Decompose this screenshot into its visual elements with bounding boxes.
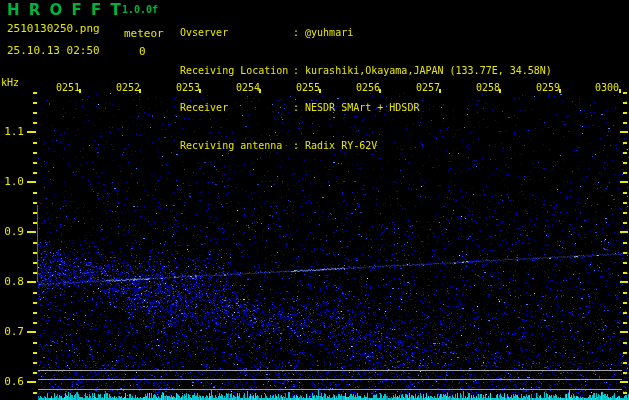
info-value: @yuhmari xyxy=(305,27,353,40)
time-axis-label: 0258 xyxy=(476,82,500,93)
meteor-count-value: 0 xyxy=(139,45,146,58)
info-separator: : xyxy=(293,27,299,40)
datetime-label: 25.10.13 02:50 xyxy=(7,44,100,57)
time-axis-label: 0257 xyxy=(416,82,440,93)
time-axis-label: 0253 xyxy=(176,82,200,93)
meteor-count-label: meteor xyxy=(124,27,164,40)
version-label: 1.0.0f xyxy=(122,4,158,15)
time-axis-label: 0259 xyxy=(536,82,560,93)
info-separator: : xyxy=(293,102,299,115)
info-separator: : xyxy=(293,140,299,153)
freq-unit-label: kHz xyxy=(1,77,19,88)
filename-label: 2510130250.png xyxy=(7,22,100,35)
time-axis-label: 0251 xyxy=(56,82,80,93)
info-value: Radix RY-62V xyxy=(305,140,377,153)
info-separator: : xyxy=(293,65,299,78)
info-row-observer: Ovserver:@yuhmari xyxy=(180,27,552,40)
info-label: Recviving antenna xyxy=(180,140,293,153)
info-row-receiver: Receiver:NESDR SMArt + HDSDR xyxy=(180,102,552,115)
freq-axis-label: 0.6 xyxy=(0,375,24,388)
time-axis-label: 0254 xyxy=(236,82,260,93)
info-row-antenna: Recviving antenna:Radix RY-62V xyxy=(180,140,552,153)
time-axis-label: 0255 xyxy=(296,82,320,93)
freq-axis-label: 1.1 xyxy=(0,125,24,138)
info-label: Receiver xyxy=(180,102,293,115)
info-label: Ovserver xyxy=(180,27,293,40)
time-axis-label: 0252 xyxy=(116,82,140,93)
info-row-location: Receiving Location:kurashiki,Okayama,JAP… xyxy=(180,65,552,78)
info-value: kurashiki,Okayama,JAPAN (133.77E, 34.58N… xyxy=(305,65,552,78)
freq-axis-label: 0.7 xyxy=(0,325,24,338)
info-value: NESDR SMArt + HDSDR xyxy=(305,102,419,115)
freq-axis-label: 0.9 xyxy=(0,225,24,238)
time-axis-label: 0256 xyxy=(356,82,380,93)
freq-axis-label: 0.8 xyxy=(0,275,24,288)
freq-axis-label: 1.0 xyxy=(0,175,24,188)
time-axis-label: 0300 xyxy=(595,82,619,93)
hrofft-window: H R O F F T 1.0.0f 2510130250.png meteor… xyxy=(0,0,629,400)
info-label: Receiving Location xyxy=(180,65,293,78)
app-logo: H R O F F T xyxy=(7,1,123,19)
